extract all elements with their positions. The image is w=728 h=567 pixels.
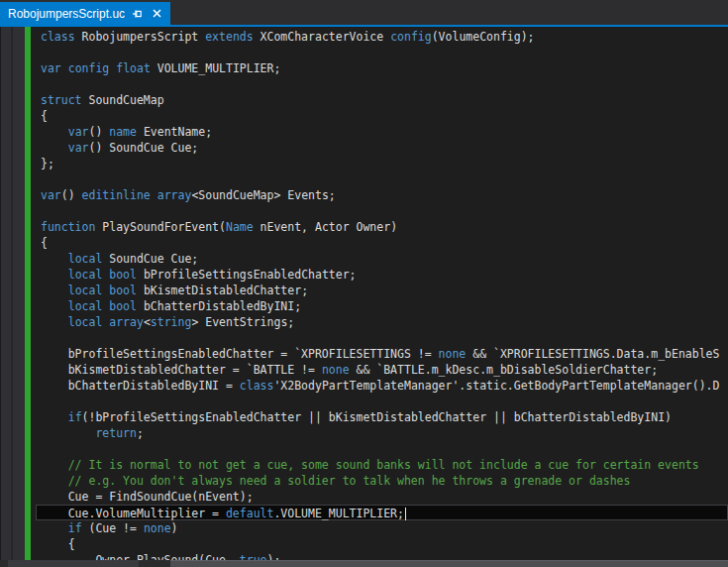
keyword-token: bool	[109, 268, 137, 282]
pin-icon[interactable]	[132, 8, 144, 20]
code-line[interactable]: var() name EventName;	[31, 124, 728, 140]
keyword-token: array	[109, 315, 144, 329]
keyword-token: function	[41, 220, 95, 234]
code-line[interactable]: bProfileSettingsEnabledChatter = `XPROFI…	[31, 346, 728, 362]
code-line[interactable]: {	[31, 108, 728, 124]
code-line[interactable]: var() SoundCue Cue;	[31, 140, 728, 156]
code-token: };	[41, 157, 54, 170]
code-line[interactable]: bChatterDistabledByINI = class'X2BodyPar…	[31, 378, 728, 394]
code-line[interactable]: Cue = FindSoundCue(nEvent);	[31, 489, 728, 505]
code-line[interactable]: {	[31, 536, 728, 552]
scrollbar-left-zone	[8, 560, 139, 567]
code-line[interactable]: struct SoundCueMap	[31, 92, 728, 108]
keyword-token: editinline	[82, 188, 151, 202]
code-line[interactable]: var() editinline array<SoundCueMap> Even…	[31, 187, 728, 203]
code-line[interactable]	[31, 330, 728, 346]
editor-window: RobojumpersScript.uc class RobojumpersSc…	[0, 0, 728, 567]
keyword-token: var	[41, 188, 61, 202]
keyword-token: none	[144, 521, 171, 535]
code-line[interactable]: local bool bChatterDistabledByINI;	[31, 298, 728, 314]
glyph-margin-divider	[11, 27, 13, 567]
keyword-token: local	[68, 315, 103, 329]
keyword-token: bool	[109, 299, 137, 313]
code-token	[41, 125, 68, 139]
code-line[interactable]: function PlaySoundForEvent(Name nEvent, …	[31, 219, 728, 235]
keyword-token: if	[68, 410, 82, 424]
code-line[interactable]: if(!bProfileSettingsEnabledChatter || bK…	[31, 409, 728, 425]
close-icon[interactable]	[151, 8, 162, 20]
code-line[interactable]: {	[31, 235, 728, 251]
code-line[interactable]	[31, 45, 728, 60]
code-line[interactable]: local bool bKismetDistabledChatter;	[31, 283, 728, 298]
code-line[interactable]: bKismetDistabledChatter = `BATTLE != non…	[31, 362, 728, 378]
keyword-token: if	[68, 521, 82, 535]
code-line[interactable]	[31, 203, 728, 219]
code-area[interactable]: class RobojumpersScript extends XComChar…	[31, 27, 728, 567]
comment-token: // e.g. You don't always need a soldier …	[41, 474, 630, 488]
code-token: EventName;	[137, 125, 212, 139]
code-token: VOLUME_MULTIPLIER;	[151, 61, 281, 75]
keyword-token: local	[68, 284, 103, 297]
code-line[interactable]: var config float VOLUME_MULTIPLIER;	[31, 60, 728, 76]
code-token: (Cue !=	[82, 521, 144, 535]
text-cursor	[405, 508, 406, 520]
code-token: ;	[137, 426, 144, 440]
code-token: 'X2BodyPartTemplateManager'.static.GetBo…	[273, 379, 719, 393]
keyword-token: default	[226, 507, 273, 520]
code-token	[41, 315, 68, 329]
keyword-token: none	[439, 347, 467, 361]
code-token: > EventStrings;	[191, 315, 294, 329]
code-token: SoundCueMap	[82, 93, 164, 107]
current-code-line[interactable]: Cue.VolumeMultiplier = default.VOLUME_MU…	[36, 505, 728, 520]
code-line[interactable]: // e.g. You don't always need a soldier …	[31, 473, 728, 489]
keyword-token: local	[68, 268, 103, 282]
keyword-token: float	[116, 61, 151, 75]
code-token	[41, 410, 68, 424]
code-token	[41, 252, 68, 266]
code-token	[41, 426, 95, 440]
code-token: SoundCue Cue;	[102, 252, 198, 266]
code-line[interactable]: // It is normal to not get a cue, some s…	[31, 457, 728, 473]
keyword-token: array	[157, 188, 192, 202]
code-line[interactable]	[31, 171, 728, 187]
comment-token: // It is normal to not get a cue, some s…	[41, 458, 699, 472]
code-line[interactable]	[31, 441, 728, 457]
code-token: {	[41, 537, 75, 551]
keyword-token: config	[390, 30, 432, 44]
code-token: bKismetDistabledChatter;	[137, 284, 308, 297]
code-line[interactable]	[31, 76, 728, 92]
horizontal-scrollbar-thumb[interactable]	[170, 560, 728, 567]
keyword-token: string	[151, 315, 192, 329]
code-token	[41, 521, 68, 535]
code-token	[41, 268, 68, 282]
horizontal-scrollbar[interactable]	[0, 560, 728, 567]
tab-bar: RobojumpersScript.uc	[0, 0, 728, 25]
code-line[interactable]: local array<string> EventStrings;	[31, 314, 728, 330]
code-token: {	[41, 236, 48, 250]
tab-robojumpersscript[interactable]: RobojumpersScript.uc	[0, 2, 170, 25]
code-line[interactable]: };	[31, 156, 728, 171]
keyword-token: var	[68, 125, 89, 139]
code-token	[41, 284, 68, 297]
code-token: bProfileSettingsEnabledChatter = `XPROFI…	[41, 347, 439, 361]
code-line[interactable]: local SoundCue Cue;	[31, 251, 728, 267]
code-token: RobojumpersScript	[75, 30, 206, 44]
code-token: .VOLUME_MULTIPLIER;	[273, 507, 404, 520]
code-line[interactable]: class RobojumpersScript extends XComChar…	[31, 29, 728, 45]
code-token: XComCharacterVoice	[254, 30, 390, 44]
code-line[interactable]: if (Cue != none)	[31, 520, 728, 536]
keyword-token: local	[68, 299, 103, 313]
keyword-token: bool	[109, 284, 137, 297]
code-editor[interactable]: class RobojumpersScript extends XComChar…	[0, 27, 728, 567]
breakpoint-margin[interactable]	[0, 27, 25, 567]
code-token: bProfileSettingsEnabledChatter;	[137, 268, 357, 282]
code-line[interactable]: local bool bProfileSettingsEnabledChatte…	[31, 267, 728, 283]
code-token: bChatterDistabledByINI;	[137, 299, 301, 313]
code-token	[41, 299, 68, 313]
tab-title: RobojumpersScript.uc	[8, 7, 125, 21]
keyword-token: var	[68, 141, 89, 155]
code-line[interactable]: return;	[31, 425, 728, 441]
code-line[interactable]	[31, 394, 728, 409]
code-token: bKismetDistabledChatter = `BATTLE !=	[41, 363, 322, 377]
code-token: )	[171, 521, 178, 535]
